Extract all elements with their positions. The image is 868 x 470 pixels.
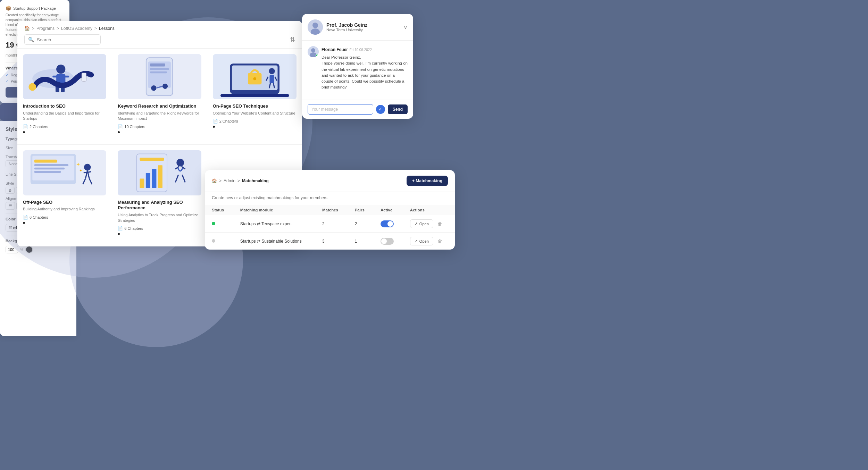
package-name: Startup Support Package xyxy=(13,6,56,10)
svg-line-37 xyxy=(84,171,91,173)
col-matches: Matches xyxy=(315,205,348,215)
lesson-card-offpage[interactable]: ✦ ✦ Off-Page SEO Building Authority and … xyxy=(17,145,112,246)
card-image-keyword xyxy=(118,54,201,99)
lessons-header: 🏠 > Programs > LoftOS Academy > Lessons … xyxy=(17,21,302,49)
chat-collapse-icon[interactable]: ∨ xyxy=(403,24,408,31)
matches-2: 3 xyxy=(315,233,348,250)
svg-rect-31 xyxy=(34,164,68,166)
toggle-2[interactable] xyxy=(381,238,394,245)
breadcrumb: 🏠 > Programs > LoftOS Academy > Lessons xyxy=(24,26,295,31)
svg-point-14 xyxy=(151,85,156,91)
search-icon: 🔍 xyxy=(28,37,34,42)
svg-point-48 xyxy=(177,159,184,166)
status-dot-1 xyxy=(212,222,215,225)
svg-line-51 xyxy=(175,175,178,182)
doc-icon: 📄 xyxy=(23,124,28,129)
professor-info: Prof. Jacob Geinz Nova Terra University xyxy=(308,19,367,35)
send-icon[interactable]: ✓ xyxy=(376,105,385,114)
card-desc-2: Optimizing Your Website's Content and St… xyxy=(213,111,297,116)
professor-avatar xyxy=(308,19,323,35)
svg-rect-30 xyxy=(34,159,57,162)
svg-point-57 xyxy=(311,48,315,52)
svg-rect-47 xyxy=(158,165,162,188)
online-indicator xyxy=(316,54,318,57)
toggle-1[interactable] xyxy=(381,220,394,227)
search-bar[interactable]: 🔍 xyxy=(24,34,101,45)
professor-university: Nova Terra University xyxy=(326,28,367,32)
card-dot-2 xyxy=(213,126,215,128)
external-link-icon-2: ↗ xyxy=(415,239,418,243)
chat-header: Prof. Jacob Geinz Nova Terra University … xyxy=(302,14,413,41)
svg-rect-44 xyxy=(140,178,144,188)
lesson-card-measure[interactable]: Measuring and Analyzing SEO Performance … xyxy=(112,145,207,246)
col-active: Active xyxy=(374,205,403,215)
breadcrumb-programs[interactable]: Programs xyxy=(36,26,55,31)
svg-rect-46 xyxy=(152,169,157,188)
lesson-card-intro-seo[interactable]: Introduction to SEO Understanding the Ba… xyxy=(17,49,112,145)
matchmaking-table: Status Matching module Matches Pairs Act… xyxy=(205,205,455,250)
svg-rect-32 xyxy=(34,167,65,169)
chat-message-row: Florian Feuer Fri 10.06.2022 Dear Profes… xyxy=(308,46,408,91)
open-button-1[interactable]: ↗ Open xyxy=(410,219,433,228)
col-module: Matching module xyxy=(233,205,315,215)
bc-admin[interactable]: Admin xyxy=(224,178,235,183)
svg-point-21 xyxy=(253,77,256,80)
card-chapters-1: 📄 10 Chapters xyxy=(118,124,201,129)
breadcrumb-lessons[interactable]: Lessons xyxy=(99,26,115,31)
card-desc-0: Understanding the Basics and Importance … xyxy=(23,111,106,121)
svg-rect-23 xyxy=(269,75,274,83)
card-title-1: Keyword Research and Optimization xyxy=(118,103,201,109)
matchmaking-table-header: 🏠 > Admin > Matchmaking + Matchmaking xyxy=(205,170,455,192)
add-matchmaking-button[interactable]: + Matchmaking xyxy=(407,176,448,186)
table-row-2: Startups ⇄ Sustainable Solutions 3 1 ↗ O… xyxy=(205,233,455,250)
svg-rect-3 xyxy=(52,76,57,77)
delete-button-2[interactable]: 🗑 xyxy=(436,238,444,244)
search-input[interactable] xyxy=(37,37,97,42)
card-chapters-3: 📄 6 Chapters xyxy=(23,215,106,220)
card-desc-4: Using Analytics to Track Progress and Op… xyxy=(118,212,201,223)
delete-button-1[interactable]: 🗑 xyxy=(436,221,444,227)
sender-avatar xyxy=(308,46,319,57)
card-image-measure xyxy=(118,150,201,195)
matchmaking-subtitle: Create new or adjust existing matchmakin… xyxy=(205,192,455,205)
home-icon-2[interactable]: 🏠 xyxy=(212,178,217,183)
card-image-offpage: ✦ ✦ xyxy=(23,150,106,195)
filter-icon[interactable]: ⇅ xyxy=(290,36,295,43)
home-icon[interactable]: 🏠 xyxy=(24,26,30,31)
lesson-card-keyword[interactable]: Keyword Research and Optimization Identi… xyxy=(112,49,207,145)
pairs-1: 2 xyxy=(348,215,374,233)
open-button-2[interactable]: ↗ Open xyxy=(410,237,433,245)
svg-line-52 xyxy=(182,175,185,182)
matchmaking-breadcrumb: 🏠 > Admin > Matchmaking xyxy=(212,178,269,183)
svg-rect-11 xyxy=(150,64,165,67)
card-title-4: Measuring and Analyzing SEO Performance xyxy=(118,200,201,211)
svg-rect-33 xyxy=(34,171,61,173)
svg-rect-19 xyxy=(220,94,289,97)
package-label-row: 📦 Startup Support Package xyxy=(6,6,64,11)
svg-point-1 xyxy=(56,65,65,74)
send-button[interactable]: Send xyxy=(388,104,408,114)
chat-panel: Prof. Jacob Geinz Nova Terra University … xyxy=(302,14,413,119)
card-chapters-4: 📄 6 Chapters xyxy=(118,226,201,231)
sender-info: Florian Feuer Fri 10.06.2022 xyxy=(322,46,408,52)
card-desc-1: Identifying and Targeting the Right Keyw… xyxy=(118,111,201,121)
svg-rect-45 xyxy=(146,173,150,188)
lesson-card-onpage[interactable]: On-Page SEO Techniques Optimizing Your W… xyxy=(207,49,302,145)
breadcrumb-loftos[interactable]: LoftOS Academy xyxy=(61,26,92,31)
bc-matchmaking[interactable]: Matchmaking xyxy=(242,178,269,183)
actions-cell-2: ↗ Open 🗑 xyxy=(410,237,448,245)
message-input[interactable] xyxy=(308,104,373,115)
card-chapters-0: 📄 2 Chapters xyxy=(23,124,106,129)
card-dot-4 xyxy=(118,233,120,235)
matches-1: 2 xyxy=(315,215,348,233)
module-name-1: Startups ⇄ Texspace expert xyxy=(240,221,308,226)
svg-rect-43 xyxy=(140,158,164,161)
svg-line-38 xyxy=(83,178,86,184)
status-dot-2 xyxy=(212,239,215,243)
chat-input-row: ✓ Send xyxy=(302,100,413,119)
doc-icon-2: 📄 xyxy=(213,119,218,124)
message-date: Fri 10.06.2022 xyxy=(349,48,372,52)
table-row-1: Startups ⇄ Texspace expert 2 2 ↗ Open 🗑 xyxy=(205,215,455,233)
doc-icon-1: 📄 xyxy=(118,124,123,129)
svg-text:✦: ✦ xyxy=(76,161,81,167)
